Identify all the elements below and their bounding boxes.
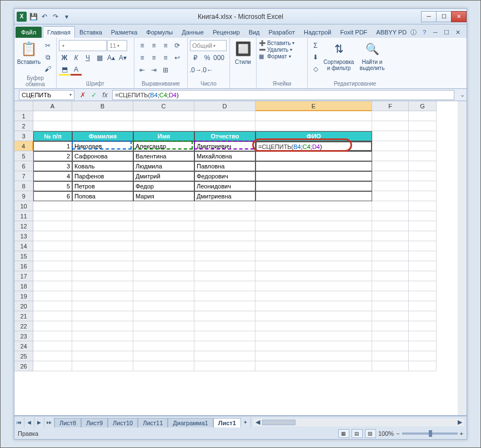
- cell-F23[interactable]: [372, 331, 409, 341]
- file-tab[interactable]: Файл: [16, 27, 42, 38]
- delete-cells-button[interactable]: ➖Удалить▾: [259, 47, 294, 53]
- font-size-combo[interactable]: 11▾: [107, 40, 127, 51]
- cell-G16[interactable]: [409, 261, 437, 271]
- cell-F21[interactable]: [372, 311, 409, 321]
- vertical-scrollbar[interactable]: [458, 101, 467, 415]
- cell-B10[interactable]: [72, 201, 133, 211]
- fill-color-button[interactable]: ⬒: [59, 64, 70, 76]
- cell-F7[interactable]: [372, 171, 409, 181]
- cell-F26[interactable]: [372, 361, 409, 371]
- col-header-C[interactable]: C: [133, 101, 194, 111]
- cell-E1[interactable]: [255, 111, 372, 121]
- cell-B25[interactable]: [72, 351, 133, 361]
- format-painter-icon[interactable]: 🖌: [42, 63, 53, 74]
- cell-C9[interactable]: Мария: [133, 191, 194, 201]
- cell-C8[interactable]: Федор: [133, 181, 194, 191]
- help-icon[interactable]: ?: [420, 28, 429, 37]
- number-format-combo[interactable]: Общий▾: [190, 40, 227, 51]
- cell-F3[interactable]: [372, 131, 409, 141]
- row-header-15[interactable]: 15: [14, 251, 33, 261]
- cell-C17[interactable]: [133, 271, 194, 281]
- orientation-icon[interactable]: ⟳: [172, 40, 183, 51]
- cell-A8[interactable]: 5: [33, 181, 72, 191]
- cell-E2[interactable]: [255, 121, 372, 131]
- cell-E10[interactable]: [255, 201, 372, 211]
- qat-redo-icon[interactable]: ↷: [51, 12, 60, 21]
- row-header-7[interactable]: 7: [14, 171, 33, 181]
- format-cells-button[interactable]: ▦Формат▾: [259, 53, 294, 59]
- row-header-4[interactable]: 4: [14, 141, 33, 151]
- cell-G2[interactable]: [409, 121, 437, 131]
- cell-C15[interactable]: [133, 251, 194, 261]
- cell-C16[interactable]: [133, 261, 194, 271]
- cell-A4[interactable]: 1: [33, 141, 72, 151]
- cell-E13[interactable]: [255, 231, 372, 241]
- cell-C10[interactable]: [133, 201, 194, 211]
- row-header-17[interactable]: 17: [14, 271, 33, 281]
- fill-icon[interactable]: ⬇: [310, 52, 321, 63]
- cell-B11[interactable]: [72, 211, 133, 221]
- cell-E18[interactable]: [255, 281, 372, 291]
- cell-E12[interactable]: [255, 221, 372, 231]
- cell-E23[interactable]: [255, 331, 372, 341]
- sheet-tab-Лист9[interactable]: Лист9: [81, 418, 108, 427]
- cell-F8[interactable]: [372, 181, 409, 191]
- cell-A12[interactable]: [33, 221, 72, 231]
- qat-customize-icon[interactable]: ▾: [62, 12, 71, 21]
- cell-B4[interactable]: Николаев: [72, 141, 133, 151]
- row-header-9[interactable]: 9: [14, 191, 33, 201]
- row-header-11[interactable]: 11: [14, 211, 33, 221]
- cell-D1[interactable]: [194, 111, 255, 121]
- cell-F2[interactable]: [372, 121, 409, 131]
- row-header-8[interactable]: 8: [14, 181, 33, 191]
- cell-F15[interactable]: [372, 251, 409, 261]
- cell-E24[interactable]: [255, 341, 372, 351]
- cell-A1[interactable]: [33, 111, 72, 121]
- sheet-tab-Лист1[interactable]: Лист1: [213, 418, 241, 427]
- cell-F17[interactable]: [372, 271, 409, 281]
- cell-A15[interactable]: [33, 251, 72, 261]
- col-header-F[interactable]: F: [372, 101, 409, 111]
- cell-C3[interactable]: Имя: [133, 131, 194, 141]
- col-header-A[interactable]: A: [33, 101, 72, 111]
- cell-E15[interactable]: [255, 251, 372, 261]
- cell-F24[interactable]: [372, 341, 409, 351]
- cell-D21[interactable]: [194, 311, 255, 321]
- cell-C19[interactable]: [133, 291, 194, 301]
- cell-A25[interactable]: [33, 351, 72, 361]
- expand-formula-bar-icon[interactable]: ⌄: [458, 91, 467, 98]
- sheet-tab-Лист10[interactable]: Лист10: [108, 418, 138, 427]
- cell-D19[interactable]: [194, 291, 255, 301]
- cell-E16[interactable]: [255, 261, 372, 271]
- cell-C20[interactable]: [133, 301, 194, 311]
- cell-C4[interactable]: Александр: [133, 141, 194, 151]
- cell-A22[interactable]: [33, 321, 72, 331]
- cell-B26[interactable]: [72, 361, 133, 371]
- cell-F16[interactable]: [372, 261, 409, 271]
- copy-icon[interactable]: ⧉: [42, 52, 53, 63]
- cell-B23[interactable]: [72, 331, 133, 341]
- cell-A21[interactable]: [33, 311, 72, 321]
- shrink-font-icon[interactable]: A▾: [117, 52, 128, 63]
- cell-C2[interactable]: [133, 121, 194, 131]
- cell-G1[interactable]: [409, 111, 437, 121]
- col-header-B[interactable]: B: [72, 101, 133, 111]
- cell-A13[interactable]: [33, 231, 72, 241]
- cell-E3[interactable]: ФИО: [255, 131, 372, 141]
- cell-F6[interactable]: [372, 161, 409, 171]
- cell-E11[interactable]: [255, 211, 372, 221]
- bold-button[interactable]: Ж: [59, 52, 70, 63]
- cell-B14[interactable]: [72, 241, 133, 251]
- sheet-tab-Лист11[interactable]: Лист11: [138, 418, 168, 427]
- cell-B18[interactable]: [72, 281, 133, 291]
- cell-B9[interactable]: Попова: [72, 191, 133, 201]
- tab-foxit[interactable]: Foxit PDF: [335, 26, 372, 38]
- new-sheet-icon[interactable]: ✦: [241, 417, 251, 427]
- tab-formulas[interactable]: Формулы: [142, 26, 177, 38]
- cell-A17[interactable]: [33, 271, 72, 281]
- cell-B19[interactable]: [72, 291, 133, 301]
- name-box[interactable]: СЦЕПИТЬ▾: [19, 90, 74, 100]
- cell-C14[interactable]: [133, 241, 194, 251]
- cell-A26[interactable]: [33, 361, 72, 371]
- cell-G18[interactable]: [409, 281, 437, 291]
